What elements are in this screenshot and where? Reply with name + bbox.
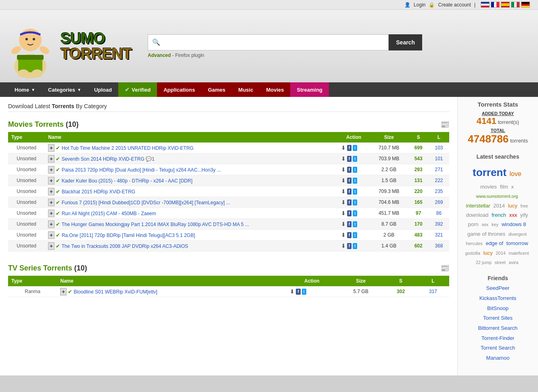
search-tag[interactable]: key bbox=[492, 222, 498, 227]
facebook-icon[interactable]: f bbox=[347, 221, 352, 227]
download-icon[interactable]: ⬇ bbox=[341, 145, 346, 151]
facebook-icon[interactable]: f bbox=[347, 145, 352, 151]
add-icon[interactable]: + bbox=[48, 210, 54, 217]
search-tag[interactable]: sex bbox=[481, 222, 488, 227]
add-icon[interactable]: + bbox=[48, 188, 54, 195]
search-tag[interactable]: 22 jump bbox=[476, 260, 492, 265]
nav-upload[interactable]: Upload bbox=[88, 82, 118, 97]
facebook-icon[interactable]: f bbox=[347, 178, 352, 184]
search-tag[interactable]: divergent bbox=[509, 232, 527, 237]
search-tag[interactable]: windows 8 bbox=[502, 221, 526, 227]
search-tag[interactable]: porn bbox=[468, 221, 479, 227]
search-tag[interactable]: tomorrow bbox=[507, 240, 528, 246]
torrent-name-link[interactable]: Bloodline S01 WEBRip XviD-FUM[ettv] bbox=[74, 289, 157, 295]
search-tag[interactable]: download bbox=[466, 212, 489, 218]
search-tag[interactable]: lucy bbox=[508, 203, 517, 209]
add-icon[interactable]: + bbox=[48, 242, 54, 250]
movies-rss-icon[interactable]: 📰 bbox=[440, 120, 449, 129]
nav-games[interactable]: Games bbox=[201, 82, 232, 97]
flag-it[interactable] bbox=[511, 2, 520, 8]
flag-es[interactable] bbox=[501, 2, 510, 8]
facebook-icon[interactable]: f bbox=[347, 243, 352, 249]
tv-rss-icon[interactable]: 📰 bbox=[440, 264, 449, 273]
friend-link[interactable]: Torrent Search bbox=[464, 343, 532, 353]
search-tag[interactable]: lucy bbox=[483, 250, 492, 256]
search-tag[interactable]: edge of bbox=[486, 240, 503, 246]
torrent-name-link[interactable]: Furious 7 (2015) [Hindi Dubbed]1CD [DVDS… bbox=[62, 200, 230, 205]
twitter-icon[interactable]: t bbox=[353, 156, 357, 162]
friend-link[interactable]: BitSnoop bbox=[464, 304, 532, 314]
torrent-name-link[interactable]: The Hunger Games Mockingjay Part 1.2014 … bbox=[61, 222, 249, 227]
torrent-name-link[interactable]: Kader Kuler Bou (2015) - 480p - DTHRip -… bbox=[62, 178, 193, 184]
add-icon[interactable]: + bbox=[48, 199, 54, 206]
facebook-icon[interactable]: f bbox=[347, 167, 352, 173]
search-tag[interactable]: x bbox=[511, 184, 514, 190]
search-tag[interactable]: street bbox=[494, 260, 506, 265]
facebook-icon[interactable]: f bbox=[347, 210, 352, 216]
search-tag[interactable]: xxx bbox=[509, 212, 517, 218]
friend-link[interactable]: Manamoo bbox=[464, 353, 532, 363]
search-input[interactable] bbox=[162, 39, 384, 46]
torrent-name-link[interactable]: Hot Tub Time Machine 2 2015 UNRATED HDRi… bbox=[62, 145, 194, 151]
nav-applications[interactable]: Applications bbox=[157, 82, 201, 97]
create-account-link[interactable]: Create account bbox=[438, 2, 471, 8]
download-icon[interactable]: ⬇ bbox=[341, 155, 346, 162]
friend-link[interactable]: SeedPeer bbox=[464, 283, 532, 293]
torrent-name-link[interactable]: The Two in Tracksuits 2008 JAP DVDRip x2… bbox=[61, 243, 188, 249]
search-tag[interactable]: maleficent bbox=[509, 251, 529, 256]
advanced-link[interactable]: Advanced bbox=[148, 52, 171, 58]
facebook-icon[interactable]: f bbox=[347, 156, 352, 162]
add-icon[interactable]: + bbox=[48, 220, 54, 228]
add-icon[interactable]: + bbox=[48, 231, 54, 239]
torrent-name-link[interactable]: Paisa 2013 720p HDRip [Dual Audio] [Hind… bbox=[62, 167, 221, 173]
flag-fr[interactable] bbox=[491, 2, 500, 8]
download-icon[interactable]: ⬇ bbox=[341, 221, 346, 227]
search-tag[interactable]: 2014 bbox=[493, 203, 505, 209]
facebook-icon[interactable]: f bbox=[296, 289, 300, 295]
torrent-name-link[interactable]: Ra.One [2011] 720p BDRip [Tamil Hindi Te… bbox=[62, 233, 195, 238]
add-icon[interactable]: + bbox=[48, 144, 54, 152]
search-tag[interactable]: film bbox=[500, 184, 508, 190]
twitter-icon[interactable]: t bbox=[353, 145, 357, 151]
torrent-name-link[interactable]: Blackhat 2015 HDRip XViD-ETRG bbox=[62, 189, 136, 195]
download-icon[interactable]: ⬇ bbox=[290, 288, 295, 295]
search-button[interactable]: Search bbox=[389, 34, 422, 50]
search-tag[interactable]: avira bbox=[509, 260, 519, 265]
twitter-icon[interactable]: t bbox=[353, 199, 357, 205]
twitter-icon[interactable]: t bbox=[353, 167, 357, 173]
search-tag[interactable]: free bbox=[520, 203, 528, 208]
facebook-icon[interactable]: f bbox=[347, 199, 352, 205]
download-icon[interactable]: ⬇ bbox=[341, 199, 346, 205]
search-tag[interactable]: game of thrones bbox=[467, 231, 505, 237]
search-tag[interactable]: love bbox=[510, 170, 521, 177]
nav-verified[interactable]: ✔ Verified bbox=[118, 82, 157, 97]
search-tag[interactable]: yify bbox=[520, 212, 528, 218]
search-tag[interactable]: godzilla bbox=[465, 251, 480, 256]
search-tag[interactable]: www.sumotorrent.org bbox=[476, 194, 518, 199]
download-icon[interactable]: ⬇ bbox=[341, 232, 346, 238]
search-tag[interactable]: torrent bbox=[473, 166, 507, 178]
nav-movies[interactable]: Movies bbox=[260, 82, 290, 97]
search-tag[interactable]: french bbox=[492, 212, 506, 218]
download-icon[interactable]: ⬇ bbox=[341, 188, 346, 195]
torrent-name-link[interactable]: Seventh Son 2014 HDRip XViD-ETRG bbox=[62, 156, 144, 162]
facebook-icon[interactable]: f bbox=[347, 189, 352, 195]
download-icon[interactable]: ⬇ bbox=[341, 177, 346, 184]
nav-music[interactable]: Music bbox=[232, 82, 260, 97]
add-icon[interactable]: + bbox=[48, 155, 54, 163]
torrent-name-link[interactable]: Run All Night (2015) CAM - 450MB - Zaeem bbox=[62, 211, 156, 216]
twitter-icon[interactable]: t bbox=[353, 232, 357, 238]
search-tag[interactable]: 2014 bbox=[496, 251, 505, 256]
nav-streaming[interactable]: Streaming bbox=[290, 82, 329, 97]
download-icon[interactable]: ⬇ bbox=[341, 243, 346, 249]
search-tag[interactable]: movies bbox=[480, 184, 497, 190]
twitter-icon[interactable]: t bbox=[353, 189, 357, 195]
add-icon[interactable]: + bbox=[48, 166, 54, 174]
search-tag[interactable]: interstellar bbox=[466, 203, 490, 209]
facebook-icon[interactable]: f bbox=[347, 232, 352, 238]
download-icon[interactable]: ⬇ bbox=[341, 210, 346, 216]
twitter-icon[interactable]: t bbox=[353, 210, 357, 216]
friend-link[interactable]: Torrent Sites bbox=[464, 313, 532, 323]
comment-icon[interactable]: 💬1 bbox=[146, 156, 155, 162]
search-tag[interactable]: hercules bbox=[466, 241, 483, 246]
